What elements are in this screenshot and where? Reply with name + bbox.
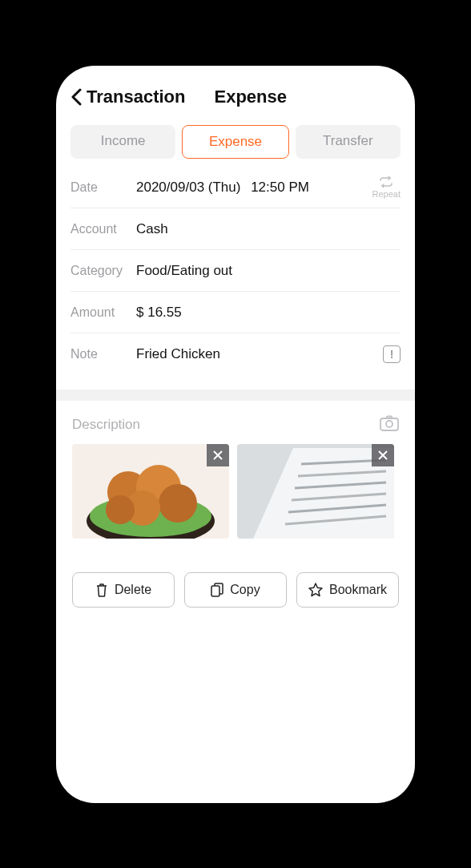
- delete-button[interactable]: Delete: [72, 572, 175, 608]
- star-icon: [308, 583, 323, 597]
- attachment-thumbnails: [56, 444, 415, 539]
- receipt-photo-placeholder: [237, 444, 394, 539]
- tab-expense[interactable]: Expense: [182, 125, 288, 159]
- back-button[interactable]: Transaction: [70, 87, 185, 107]
- svg-rect-22: [211, 586, 219, 596]
- svg-point-9: [106, 495, 135, 524]
- back-label: Transaction: [87, 87, 185, 107]
- repeat-label: Repeat: [372, 189, 401, 199]
- field-note[interactable]: Note Fried Chicken !: [70, 333, 401, 375]
- copy-icon: [211, 583, 223, 597]
- bookmark-button[interactable]: Bookmark: [296, 572, 399, 608]
- fields: Date 2020/09/03 (Thu) 12:50 PM Repeat Ac…: [56, 159, 415, 375]
- type-tabs: Income Expense Transfer: [56, 125, 415, 159]
- tab-transfer[interactable]: Transfer: [296, 125, 401, 159]
- field-label: Account: [70, 222, 136, 236]
- camera-icon: [380, 415, 399, 431]
- field-value: $ 16.55: [136, 305, 401, 321]
- field-category[interactable]: Category Food/Eating out: [70, 250, 401, 292]
- header: Transaction Expense: [56, 66, 415, 115]
- copy-button[interactable]: Copy: [184, 572, 287, 608]
- close-icon: [377, 450, 388, 461]
- svg-point-1: [386, 421, 392, 427]
- remove-attachment-button[interactable]: [372, 444, 394, 466]
- description-label: Description: [72, 417, 140, 433]
- field-label: Amount: [70, 305, 136, 320]
- page-title: Expense: [214, 87, 287, 107]
- button-label: Delete: [115, 583, 151, 597]
- date-value: 2020/09/03 (Thu): [136, 180, 240, 195]
- note-info-icon[interactable]: !: [383, 345, 401, 363]
- field-amount[interactable]: Amount $ 16.55: [70, 292, 401, 333]
- button-label: Copy: [230, 583, 260, 597]
- phone-frame: Transaction Expense Income Expense Trans…: [56, 66, 415, 803]
- field-value: Food/Eating out: [136, 263, 401, 279]
- time-value: 12:50 PM: [251, 180, 309, 195]
- attachment-receipt-photo[interactable]: [237, 444, 394, 539]
- remove-attachment-button[interactable]: [207, 444, 229, 466]
- svg-point-7: [159, 484, 197, 523]
- close-icon: [212, 450, 223, 461]
- description-header: Description: [56, 401, 415, 444]
- field-account[interactable]: Account Cash: [70, 208, 401, 250]
- food-photo-placeholder: [72, 444, 229, 539]
- tab-income[interactable]: Income: [70, 125, 175, 159]
- section-divider: [56, 390, 415, 401]
- field-label: Note: [70, 347, 136, 361]
- field-label: Category: [70, 264, 136, 278]
- button-label: Bookmark: [329, 583, 387, 597]
- attachment-food-photo[interactable]: [72, 444, 229, 539]
- action-bar: Delete Copy Bookmark: [56, 572, 415, 608]
- field-value: 2020/09/03 (Thu) 12:50 PM: [136, 180, 372, 196]
- field-value: Fried Chicken: [136, 346, 383, 362]
- chevron-left-icon: [70, 88, 82, 106]
- camera-button[interactable]: [380, 415, 399, 434]
- field-label: Date: [70, 180, 136, 195]
- field-value: Cash: [136, 221, 401, 237]
- field-date[interactable]: Date 2020/09/03 (Thu) 12:50 PM Repeat: [70, 167, 401, 208]
- repeat-button[interactable]: Repeat: [372, 176, 401, 199]
- repeat-icon: [378, 176, 394, 188]
- trash-icon: [95, 583, 108, 597]
